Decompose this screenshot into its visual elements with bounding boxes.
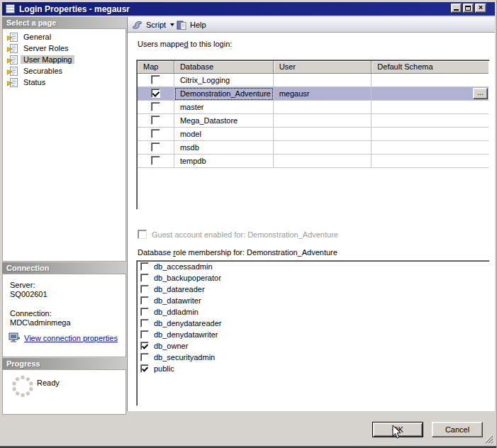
table-row[interactable]: msdb	[138, 141, 488, 155]
map-checkbox[interactable]	[151, 129, 160, 138]
default-schema-cell[interactable]	[372, 128, 488, 141]
role-checkbox[interactable]	[140, 319, 149, 327]
role-checkbox[interactable]	[140, 274, 149, 282]
role-checkbox[interactable]	[140, 262, 149, 271]
column-header-database[interactable]: Database	[174, 61, 274, 74]
default-schema-cell[interactable]: ...	[372, 87, 488, 101]
table-row[interactable]: model	[138, 128, 488, 141]
close-button[interactable]: ×	[475, 4, 486, 13]
server-value: SQ002601	[10, 290, 48, 298]
main-panel: Script Help Users mapped to this login: …	[127, 17, 495, 411]
sidebar-item-status[interactable]: Status	[3, 77, 125, 89]
database-cell[interactable]: Demonstration_Adventure	[174, 87, 274, 101]
sidebar-item-server-roles[interactable]: Server Roles	[3, 43, 125, 55]
user-cell[interactable]	[274, 101, 372, 114]
map-checkbox[interactable]	[151, 156, 160, 165]
role-item-db_denydatareader[interactable]: db_denydatareader	[140, 318, 489, 329]
role-checkbox[interactable]	[140, 285, 149, 293]
cancel-button[interactable]: Cancel	[432, 422, 483, 437]
progress-status: Ready	[37, 379, 60, 387]
database-cell[interactable]: Citrix_Logging	[174, 74, 274, 87]
map-cell	[138, 128, 174, 141]
progress-spinner-icon	[11, 374, 35, 398]
help-button[interactable]: Help	[174, 18, 208, 31]
guest-account-label: Guest account enabled for: Demonstration…	[152, 230, 338, 239]
script-icon	[132, 20, 143, 30]
role-checkbox[interactable]	[140, 330, 149, 339]
titlebar[interactable]: Login Properties - megausr	[2, 2, 495, 16]
view-connection-properties-link[interactable]: View connection properties	[24, 334, 118, 342]
map-cell	[138, 101, 174, 114]
database-cell[interactable]: master	[174, 101, 274, 114]
database-cell[interactable]: Mega_Datastore	[174, 114, 274, 128]
role-membership-list: db_accessadmin db_backupoperator db_data…	[136, 260, 490, 406]
role-item-db_owner[interactable]: db_owner	[140, 341, 489, 352]
role-item-db_datareader[interactable]: db_datareader	[140, 284, 489, 295]
role-item-db_securityadmin[interactable]: db_securityadmin	[140, 352, 489, 363]
window-title: Login Properties - megausr	[19, 4, 130, 14]
database-cell[interactable]: tempdb	[174, 155, 274, 168]
role-checkbox[interactable]	[140, 364, 149, 373]
help-button-label: Help	[190, 21, 206, 29]
script-button-label: Script	[146, 21, 166, 29]
sidebar-item-general[interactable]: General	[3, 32, 125, 43]
ok-button[interactable]: OK	[372, 422, 423, 437]
column-header-map[interactable]: Map	[138, 61, 174, 74]
map-cell	[138, 74, 174, 87]
map-cell	[138, 87, 174, 101]
connection-label: Connection:	[10, 309, 52, 318]
default-schema-cell[interactable]	[372, 114, 488, 128]
role-item-db_backupoperator[interactable]: db_backupoperator	[140, 273, 489, 284]
users-mapped-label: Users mapped to this login:	[138, 40, 232, 48]
table-row[interactable]: Demonstration_Adventure megausr ...	[138, 87, 488, 101]
page-list: General Server Roles User Mapping Secura…	[3, 29, 125, 89]
table-row[interactable]: Mega_Datastore	[138, 114, 488, 128]
maximize-icon	[465, 6, 471, 11]
map-cell	[138, 155, 174, 168]
table-row[interactable]: master	[138, 101, 488, 114]
role-checkbox[interactable]	[140, 296, 149, 305]
user-cell[interactable]	[274, 141, 372, 155]
map-checkbox[interactable]	[151, 102, 160, 111]
role-item-db_ddladmin[interactable]: db_ddladmin	[140, 307, 489, 318]
table-row[interactable]: Citrix_Logging	[138, 74, 488, 87]
role-item-db_datawriter[interactable]: db_datawriter	[140, 296, 489, 306]
role-checkbox[interactable]	[140, 353, 149, 362]
sidebar-item-user-mapping[interactable]: User Mapping	[3, 55, 125, 66]
progress-header: Progress	[2, 358, 126, 369]
user-cell[interactable]	[274, 114, 372, 128]
connection-value: MDC\adminmega	[10, 318, 71, 327]
default-schema-browse-button[interactable]: ...	[473, 88, 488, 99]
role-checkbox[interactable]	[140, 342, 149, 350]
database-cell[interactable]: model	[174, 128, 274, 141]
map-checkbox[interactable]	[151, 116, 160, 125]
script-button[interactable]: Script	[130, 18, 177, 31]
default-schema-cell[interactable]	[372, 74, 488, 87]
column-header-default-schema[interactable]: Default Schema	[372, 61, 488, 74]
map-checkbox[interactable]	[151, 142, 160, 152]
default-schema-cell[interactable]	[372, 155, 488, 168]
user-cell[interactable]: megausr	[274, 87, 372, 101]
user-cell[interactable]	[274, 74, 372, 87]
map-checkbox[interactable]	[151, 75, 160, 84]
user-cell[interactable]	[274, 155, 372, 168]
role-checkbox[interactable]	[140, 308, 149, 316]
role-item-db_denydatawriter[interactable]: db_denydatawriter	[140, 330, 489, 340]
user-cell[interactable]	[274, 128, 372, 141]
default-schema-cell[interactable]	[372, 101, 488, 114]
role-item-public[interactable]: public	[140, 364, 489, 374]
minimize-button[interactable]	[451, 4, 462, 13]
page-icon	[7, 55, 18, 65]
map-checkbox[interactable]	[151, 89, 160, 98]
page-icon	[7, 44, 18, 54]
default-schema-cell[interactable]	[372, 141, 488, 155]
database-cell[interactable]: msdb	[174, 141, 274, 155]
maximize-button[interactable]	[463, 4, 474, 13]
page-icon	[7, 33, 18, 43]
toolbar: Script Help	[128, 17, 495, 33]
role-item-db_accessadmin[interactable]: db_accessadmin	[140, 262, 489, 272]
table-row[interactable]: tempdb	[138, 155, 488, 168]
resize-grip[interactable]	[484, 434, 493, 444]
column-header-user[interactable]: User	[274, 61, 372, 74]
sidebar-item-securables[interactable]: Securables	[3, 66, 125, 77]
